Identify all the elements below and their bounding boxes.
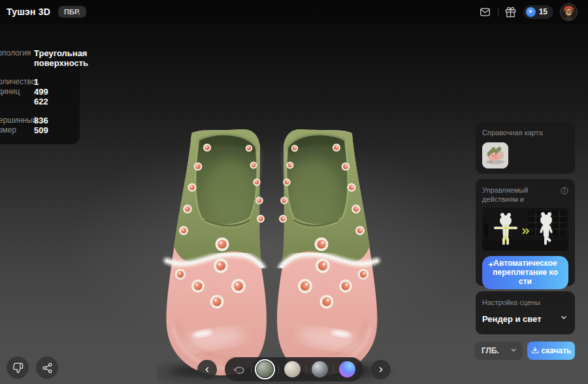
- chevron-right-icon: [376, 365, 385, 374]
- stat-vertex-count: Вершинный номер 836 509: [0, 116, 74, 135]
- share-button[interactable]: [36, 357, 58, 379]
- material-pill: [225, 357, 363, 381]
- chevron-left-icon: [203, 365, 212, 374]
- material-textured[interactable]: [257, 361, 273, 377]
- stat-label: Количество единиц: [0, 77, 29, 106]
- pbr-badge: ПБР.: [58, 6, 86, 18]
- download-icon: [531, 346, 539, 356]
- app-title: Тушэн 3D: [7, 7, 50, 17]
- auto-rig-label: Автоматическое переплетание кости: [491, 259, 559, 286]
- reference-image-thumbnail[interactable]: [482, 142, 508, 168]
- action-driven-title: Управляемый действиям и: [482, 185, 555, 204]
- credits-pill[interactable]: + 15: [523, 5, 553, 19]
- credits-coin-icon: +: [526, 7, 536, 17]
- divider: [251, 365, 252, 374]
- next-button[interactable]: [371, 360, 391, 379]
- scene-settings-panel: Настройка сцены Рендер и свет: [476, 291, 575, 334]
- export-row: ГЛБ. скачать: [475, 342, 575, 360]
- download-label: скачать: [542, 346, 572, 355]
- action-driven-panel: Управляемый действиям и: [476, 179, 575, 286]
- auto-rig-button[interactable]: Автоматическое переплетание кости: [482, 256, 568, 289]
- stat-topology: Топология Треугольная поверхность: [0, 48, 74, 68]
- rig-preview-image: [482, 208, 568, 251]
- auto-rotate-button[interactable]: [233, 363, 246, 376]
- download-button[interactable]: скачать: [527, 342, 575, 360]
- reference-map-title: Справочная карта: [482, 128, 568, 137]
- app-screen: Тушэн 3D ПБР. + 15: [0, 0, 588, 384]
- stat-value: 836 509: [34, 116, 55, 135]
- thumbs-down-button[interactable]: [7, 357, 29, 379]
- material-normal-map[interactable]: [339, 361, 355, 377]
- scene-settings-title: Настройка сцены: [482, 298, 568, 307]
- divider: [306, 365, 306, 374]
- share-icon: [42, 362, 53, 374]
- reference-map-panel: Справочная карта: [476, 121, 575, 174]
- material-matte[interactable]: [284, 361, 301, 377]
- chevron-down-icon: [559, 313, 568, 325]
- chevron-down-icon: [510, 345, 517, 357]
- sparkle-icon: [487, 261, 495, 271]
- thumbs-down-icon: [12, 362, 24, 374]
- mail-icon[interactable]: [480, 6, 491, 18]
- format-value: ГЛБ.: [482, 346, 499, 355]
- stat-value: 1 499 622: [34, 77, 55, 106]
- render-light-select[interactable]: Рендер и свет: [482, 313, 568, 325]
- stat-face-count: Количество единиц 1 499 622: [0, 77, 74, 106]
- render-light-value: Рендер и свет: [482, 314, 542, 324]
- prev-button[interactable]: [197, 360, 217, 379]
- top-bar: Тушэн 3D ПБР. + 15: [0, 0, 588, 24]
- stat-value: Треугольная поверхность: [34, 48, 55, 68]
- stat-label: Вершинный номер: [0, 116, 29, 135]
- header-actions: + 15: [480, 3, 578, 21]
- credits-count: 15: [539, 7, 547, 16]
- material-metal[interactable]: [312, 361, 328, 377]
- shoes-3d-model: [157, 112, 412, 384]
- info-icon[interactable]: [561, 185, 568, 197]
- format-select[interactable]: ГЛБ.: [475, 342, 523, 360]
- header-divider: [498, 8, 498, 16]
- divider: [278, 365, 279, 374]
- avatar[interactable]: [560, 3, 578, 21]
- divider: [333, 365, 334, 374]
- rotate-icon: [233, 363, 246, 376]
- gift-icon[interactable]: [505, 6, 517, 18]
- model-stats-panel: Топология Треугольная поверхность Количе…: [0, 40, 80, 144]
- feedback-actions: [7, 357, 58, 379]
- stat-label: Топология: [0, 48, 29, 68]
